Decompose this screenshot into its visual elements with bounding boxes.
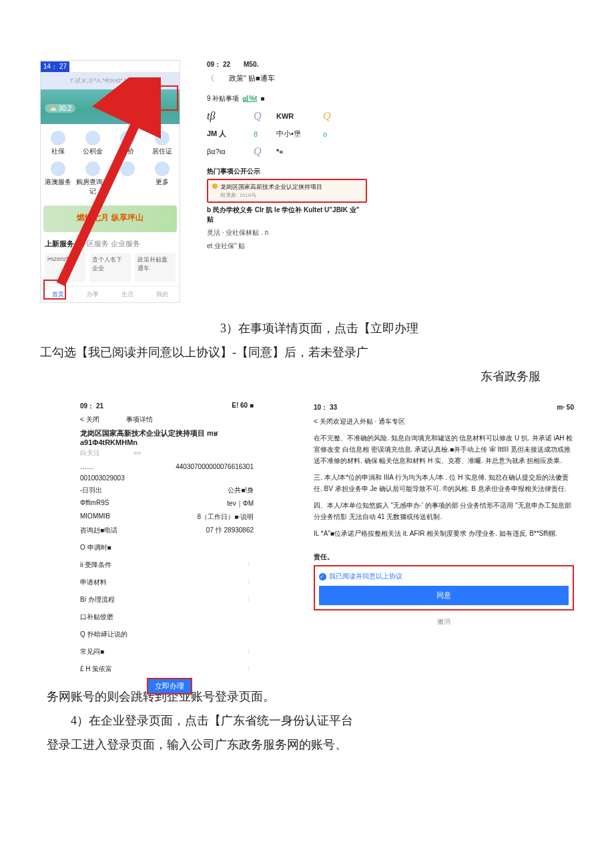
header-image: ⛅ 30.2 bbox=[41, 89, 180, 124]
kv-l: 咨询赳■电话 bbox=[80, 526, 117, 535]
chevron-right-icon: 〉 bbox=[247, 595, 254, 604]
tile[interactable]: 查个人名下企业 bbox=[89, 253, 130, 282]
kv-r: 07 忭 28930862 bbox=[206, 526, 254, 535]
kv-l: …… bbox=[80, 463, 93, 470]
agreement-para: IL *A"■位承诺尸格按整相关法 it. AFIR 相关制度要求 办理业务. … bbox=[314, 528, 574, 539]
hot-card-sub: 根澳象: 1618马 bbox=[220, 191, 362, 199]
nav-item[interactable]: 生活 bbox=[110, 290, 145, 299]
nav-item[interactable]: 我的 bbox=[145, 290, 180, 299]
subsidy-count: 9 补贴事项 ɡ⁅%t ■ bbox=[207, 94, 367, 103]
filter-grid: tβ Q KWR Q JM 人 8 中小•堡 o βα?ια Q *« bbox=[207, 110, 367, 157]
list-item[interactable]: Q 扑暗峄让说的 bbox=[80, 626, 254, 643]
list-item[interactable]: ii 受降条件〉 bbox=[80, 556, 254, 574]
grid-item[interactable]: 社保 bbox=[41, 128, 75, 159]
grid-item[interactable]: 购房查询登记 bbox=[75, 159, 110, 199]
phone-1: 14： 27 7.试 k',①^A.^R!!H0" MKWS 人 ⛅ 30.2 … bbox=[40, 60, 180, 303]
statusbar-time: 14： 27 bbox=[41, 61, 69, 72]
agree-text: 我已阅读并同意以上协议 bbox=[329, 572, 402, 580]
detail-list: O 申调时■ ii 受降条件〉 申请材料〉 Bi 办理流程〉 口补贴饺磨 Q 扑… bbox=[80, 539, 254, 678]
nav-bar[interactable]: < 关闭 事项详情 bbox=[80, 411, 254, 428]
grid-item[interactable]: 居住证 bbox=[145, 128, 180, 159]
list-line[interactable]: et 业社保" 贴 bbox=[207, 242, 367, 251]
kv-r: 公共■!身 bbox=[228, 486, 254, 495]
promo-banner[interactable]: 燃情七月 纵享坪山 bbox=[43, 205, 177, 232]
list-item[interactable]: Bi 办理流程〉 bbox=[80, 591, 254, 608]
nav-bar[interactable]: < 关闭欢迎进入外贴 · 通车专区 bbox=[314, 413, 574, 430]
list-line[interactable]: 灵活 · 业社保林贴 . n bbox=[207, 228, 367, 238]
grid-icon bbox=[155, 161, 170, 176]
agreement-body: 在不完整、不准确的风险. 知息自询填充和罐送的 信息材料可以修改 U 扒. 并承… bbox=[314, 430, 574, 547]
filter-label: KWR bbox=[276, 112, 323, 120]
new-section-title: 上新服务 bbox=[45, 240, 74, 248]
filter-count: o bbox=[323, 130, 346, 138]
list-item[interactable]: 申请材料〉 bbox=[80, 574, 254, 591]
list-item[interactable]: O 申调时■ bbox=[80, 539, 254, 556]
search-icon[interactable]: Q bbox=[254, 110, 276, 122]
kv-l: 001003029003 bbox=[80, 474, 125, 482]
list-item[interactable]: 口补贴饺磨 bbox=[80, 608, 254, 626]
kv-l: -日羽出 bbox=[80, 486, 102, 495]
tile[interactable]: i•szenzhen bbox=[45, 253, 85, 282]
statusbar-time: 10： 33 bbox=[314, 402, 337, 413]
statusbar: 10： 33 m· 50 bbox=[314, 402, 574, 413]
step-3-text: 3）在事项详情页面，点击【立即办理 工勾选【我已阅读并同意以上协议】-【同意】后… bbox=[40, 316, 574, 388]
filter-label: *« bbox=[276, 147, 323, 155]
kv-row: ……440307000000076616301 bbox=[80, 463, 254, 470]
back-icon[interactable]: 〈 bbox=[207, 74, 214, 82]
grid-item[interactable]: 港澳服务 bbox=[41, 159, 75, 199]
grid-icon bbox=[155, 131, 170, 145]
bullet-icon bbox=[212, 183, 218, 189]
statusbar: 09： 22 M50. bbox=[207, 60, 367, 69]
grid-label: 购房查询登记 bbox=[76, 178, 109, 195]
agree-checkbox-row[interactable]: 我已阅读并同意以上协议 bbox=[319, 570, 569, 582]
list-label: Q 扑暗峄让说的 bbox=[80, 630, 127, 638]
chevron-right-icon: 〉 bbox=[247, 560, 254, 570]
grid-icon bbox=[51, 161, 65, 176]
hot-heading: 热门事项公开公示 bbox=[207, 167, 367, 176]
apply-button[interactable]: 立即办理 bbox=[147, 678, 192, 695]
step3-line: 东省政务服 bbox=[40, 364, 574, 388]
statusbar-right: m· 50 bbox=[557, 402, 574, 413]
tail-line: 登录工进入登录页面，输入公司广东政务服务网的账号、 bbox=[47, 733, 541, 757]
liability-label: 责任。 bbox=[314, 551, 574, 562]
agree-button[interactable]: 同意 bbox=[319, 586, 569, 605]
subsidy-link[interactable]: ɡ⁅%t bbox=[241, 95, 258, 102]
kv-row: 咨询赳■电话07 忭 28930862 bbox=[80, 526, 254, 535]
red-highlight-top bbox=[143, 85, 178, 111]
search-icon[interactable]: Q bbox=[254, 145, 276, 157]
list-item[interactable]: 常见闷■〉 bbox=[80, 643, 254, 661]
kv-l: MIOMMIB bbox=[80, 512, 110, 522]
search-icon[interactable]: Q bbox=[323, 110, 346, 122]
hot-card[interactable]: 龙岗区国家高新技术企业认定挟持项目 根澳象: 1618马 bbox=[207, 179, 367, 203]
tail-text: 务网账号的则会跳转到企业账号登录页面。 4）在企业登录页面，点击【广东省统一身份… bbox=[40, 685, 574, 757]
red-highlight-bottom bbox=[43, 280, 66, 300]
cancel-button[interactable]: 撇消 bbox=[314, 616, 574, 627]
filter-count: 8 bbox=[254, 130, 276, 138]
list-item[interactable]: £ H 策依富〉 bbox=[80, 661, 254, 678]
kv-row: ΦffimR9Stev｜ΦM bbox=[80, 499, 254, 508]
statusbar: 09： 21 E! 60 ■ bbox=[80, 402, 254, 411]
list-line[interactable]: b 民办学校义务 Clr 肌 le 学位补 Kultet U"JBIK 业" 贴 bbox=[207, 205, 367, 224]
row-1: 14： 27 7.试 k',①^A.^R!!H0" MKWS 人 ⛅ 30.2 … bbox=[40, 60, 574, 303]
kv-row: 001003029003 bbox=[80, 474, 254, 482]
nav-item[interactable]: 办事 bbox=[75, 290, 110, 299]
grid-item[interactable]: 房价 bbox=[110, 128, 145, 159]
grid-item[interactable]: 公积金 bbox=[75, 128, 110, 159]
weather-badge: ⛅ 30.2 bbox=[45, 104, 75, 113]
kv-l: ΦffimR9S bbox=[80, 499, 109, 508]
nav-bar: 〈 政策" 贴■通车 bbox=[207, 69, 367, 87]
list-label: Bi 办理流程 bbox=[80, 596, 115, 603]
chevron-right-icon: 〉 bbox=[247, 578, 254, 587]
grid-label: 港澳服务 bbox=[45, 178, 71, 185]
tile[interactable]: 政策补贴盖通车 bbox=[135, 253, 176, 282]
new-section-tabs[interactable]: 专区服务 企业服务 bbox=[79, 240, 140, 248]
list-label: £ H 策依富 bbox=[80, 665, 112, 673]
chevron-right-icon: 〉 bbox=[247, 647, 254, 657]
kv-row: MIOMMIB8（工作日）■·说明 bbox=[80, 512, 254, 522]
chevron-right-icon: 〉 bbox=[247, 665, 254, 674]
statusbar-right: E! 60 ■ bbox=[232, 402, 254, 411]
grid-item[interactable] bbox=[110, 159, 145, 199]
follow-row[interactable]: 白关注 »» bbox=[80, 448, 254, 458]
grid-item[interactable]: 更多 bbox=[145, 159, 180, 199]
grid-icon bbox=[85, 161, 100, 176]
